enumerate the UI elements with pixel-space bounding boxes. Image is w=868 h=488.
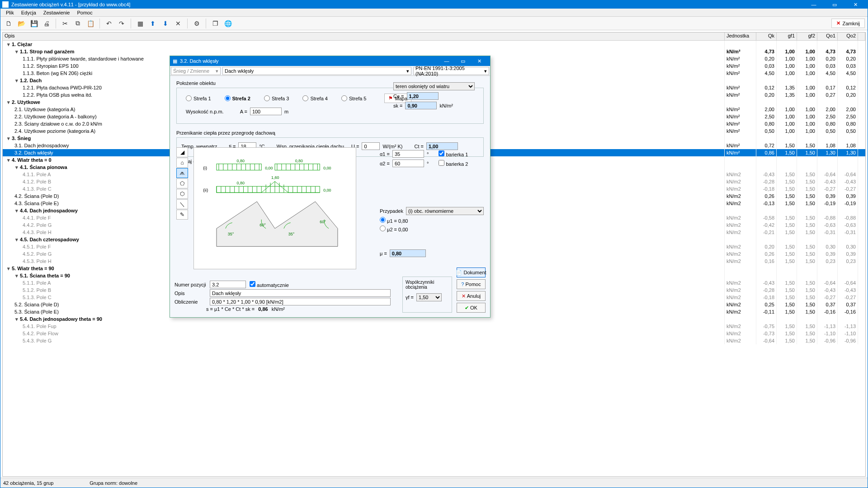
zone-4[interactable]: Strefa 4 (302, 95, 328, 101)
app-icon (2, 1, 9, 8)
col-qo1[interactable]: Qo1 (817, 33, 838, 40)
menu-edycja[interactable]: Edycja (18, 10, 40, 15)
mu-input[interactable] (390, 249, 426, 257)
roof-shape-2[interactable]: ⌂ (176, 158, 188, 168)
auto-checkbox[interactable]: automatycznie (250, 281, 289, 288)
svg-text:60°: 60° (259, 223, 266, 227)
terrain-select[interactable]: teren osłonięty od wiatru (393, 82, 475, 90)
alpha1-input[interactable] (392, 150, 424, 158)
table-icon[interactable]: ▦ (135, 18, 146, 29)
zone-3[interactable]: Strefa 3 (264, 95, 289, 101)
case-select[interactable]: (i) obc. równomierne (406, 207, 484, 215)
new-icon[interactable]: 🗋 (3, 18, 14, 29)
altitude-input[interactable] (250, 108, 282, 115)
toolbar: 🗋 📂 💾 🖨 ✂ ⧉ 📋 ↶ ↷ ▦ ⬆ ⬇ ✕ ⚙ ❐ 🌐 ✕ Zamkni… (0, 17, 868, 30)
zone-2[interactable]: Strefa 2 (225, 95, 250, 101)
opis-input[interactable] (210, 289, 391, 297)
roof-shape-3[interactable]: ⩕ (176, 168, 188, 178)
anuluj-button[interactable]: ✕Anuluj (457, 291, 486, 301)
svg-text:35°: 35° (228, 232, 234, 236)
svg-text:60°: 60° (320, 220, 326, 224)
close-icon: ✕ (836, 20, 840, 26)
globe-icon[interactable]: 🌐 (222, 18, 233, 29)
zone-1[interactable]: Strefa 1 (186, 95, 211, 101)
roof-shape-4[interactable]: ⬠ (176, 178, 188, 188)
save-icon[interactable]: 💾 (28, 18, 39, 29)
cut-icon[interactable]: ✂ (60, 18, 71, 29)
table-header: Opis Jednostka Qk gf1 gf2 Qo1 Qo2 (3, 33, 865, 41)
close-button[interactable]: ✕ (845, 0, 866, 9)
alpha2-input[interactable] (392, 160, 424, 167)
mu2-radio[interactable]: μ2 = 0,00 (380, 225, 408, 232)
coef-box: Współczynniki obciążenia γf = 1,50 (402, 277, 452, 313)
pomoc-button[interactable]: ?Pomoc (457, 279, 486, 289)
minimize-button[interactable]: — (803, 0, 824, 9)
zone-5[interactable]: Strefa 5 (341, 95, 367, 101)
col-qo2[interactable]: Qo2 (838, 33, 858, 40)
barierka1-checkbox[interactable]: barierka 1 (439, 150, 468, 157)
arrow-up-icon[interactable]: ⬆ (147, 18, 158, 29)
ce-input[interactable] (407, 92, 439, 100)
roof-shape-7[interactable]: ✎ (176, 210, 188, 220)
svg-text:0,00: 0,00 (265, 166, 273, 170)
position-input[interactable] (210, 281, 246, 288)
window-icon[interactable]: ❐ (210, 18, 221, 29)
statusbar: 42 obciążenia, 15 grup Grupa norm: dowol… (0, 478, 868, 488)
help-icon: ? (461, 282, 464, 287)
delete-icon[interactable]: ✕ (173, 18, 184, 29)
combo-category[interactable]: Śnieg / Zmienne▾ (171, 67, 221, 75)
status-norm: Grupa norm: dowolne (90, 480, 137, 486)
svg-text:(ii): (ii) (203, 188, 208, 192)
col-jednostka[interactable]: Jednostka (725, 33, 756, 40)
svg-text:0,80: 0,80 (295, 159, 303, 163)
menu-plik[interactable]: Plik (2, 10, 18, 15)
arrow-down-icon[interactable]: ⬇ (160, 18, 171, 29)
ok-icon: ✔ (465, 305, 469, 311)
roof-shape-6[interactable]: ＼ (176, 199, 188, 209)
mu1-radio[interactable]: μ1 = 0,80 (380, 217, 408, 224)
roof-shape-5[interactable]: ⬡ (176, 189, 188, 199)
close-panel-button[interactable]: ✕ Zamknij (831, 19, 865, 28)
redo-icon[interactable]: ↷ (116, 18, 127, 29)
copy-icon[interactable]: ⧉ (72, 18, 83, 29)
dialog-close-button[interactable]: ✕ (471, 56, 487, 66)
open-icon[interactable]: 📂 (16, 18, 27, 29)
col-gf1[interactable]: gf1 (777, 33, 797, 40)
heat-label: Przenikanie ciepła przez przegrodę dacho… (176, 130, 484, 136)
menu-zestawienie[interactable]: Zestawienie (40, 10, 74, 15)
svg-text:0,80: 0,80 (237, 159, 245, 163)
paste-icon[interactable]: 📋 (85, 18, 96, 29)
dialog-minimize-button[interactable]: — (439, 56, 455, 66)
sk-input[interactable] (405, 102, 437, 109)
table-row[interactable]: 5.4.2. Pole FlowkN/m2-0,731,501,50-1,10-… (3, 330, 865, 337)
settings-icon[interactable]: ⚙ (191, 18, 202, 29)
barierka2-checkbox[interactable]: barierka 2 (439, 160, 468, 167)
col-opis[interactable]: Opis (3, 33, 725, 40)
maximize-button[interactable]: ▭ (824, 0, 845, 9)
dokument-button[interactable]: 📄Dokument (457, 267, 486, 277)
svg-text:35°: 35° (288, 232, 295, 236)
gf-select[interactable]: 1,50 (416, 293, 442, 301)
titlebar: Zestawienie obciążeń v.4.11 - [przykład … (0, 0, 868, 9)
roof-shape-1[interactable]: ◢ (176, 147, 188, 157)
roof-palette: ◢ ⌂ ⩕ ⬠ ⬡ ＼ ✎ (176, 147, 189, 220)
u-input[interactable] (362, 142, 380, 150)
calc-input[interactable] (210, 298, 391, 305)
table-row[interactable]: 5.4.3. Pole GkN/m2-0,641,501,50-0,96-0,9… (3, 337, 865, 344)
ok-button[interactable]: ✔OK (457, 303, 486, 313)
print-icon[interactable]: 🖨 (41, 18, 52, 29)
table-row[interactable]: ▾1.1. Strop nad garażemkN/m²4,731,001,00… (3, 48, 865, 55)
svg-text:(i): (i) (203, 165, 207, 170)
combo-norm[interactable]: PN-EN 1991-1-3:2005 (NA:2010)▾ (413, 67, 489, 75)
altitude-label: Wysokość n.p.m. (186, 109, 224, 114)
combo-type[interactable]: Dach wklęsły▾ (222, 67, 411, 75)
undo-icon[interactable]: ↶ (104, 18, 114, 29)
col-gf2[interactable]: gf2 (797, 33, 817, 40)
dialog-maximize-button[interactable]: ▭ (455, 56, 471, 66)
col-qk[interactable]: Qk (756, 33, 777, 40)
dialog-dach-wklesly: ▦ 3.2. Dach wklęsły — ▭ ✕ Śnieg / Zmienn… (170, 56, 491, 318)
table-row[interactable]: ▾1. Ciężar (3, 41, 865, 48)
table-row[interactable]: 5.4.1. Pole FupkN/m2-0,751,501,50-1,13-1… (3, 323, 865, 330)
menu-pomoc[interactable]: Pomoc (73, 10, 96, 15)
dialog-titlebar: ▦ 3.2. Dach wklęsły — ▭ ✕ (170, 56, 490, 66)
